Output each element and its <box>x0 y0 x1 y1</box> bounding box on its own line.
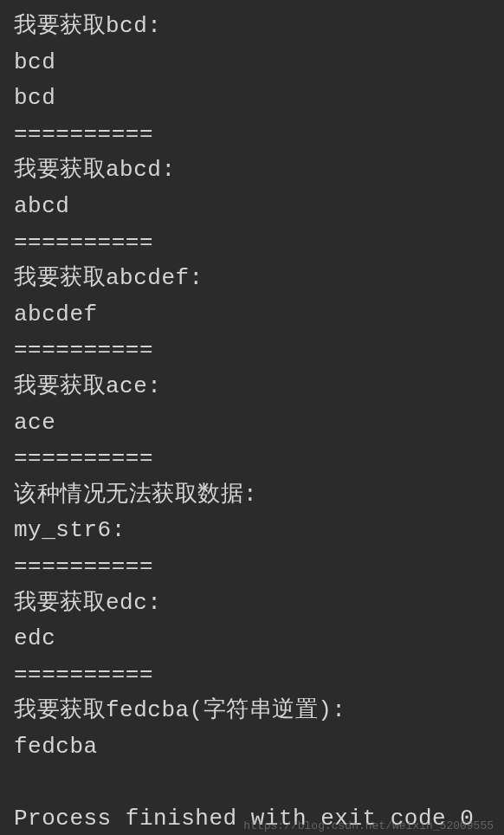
console-line: 我要获取fedcba(字符串逆置): <box>14 693 490 729</box>
console-line: ========== <box>14 225 490 262</box>
console-line: my_str6: <box>14 513 490 549</box>
console-line: 该种情况无法获取数据: <box>14 477 490 514</box>
console-line: 我要获取abcd: <box>14 152 490 189</box>
console-line: abcdef <box>14 297 490 333</box>
console-line: bcd <box>14 81 490 117</box>
console-line: abcd <box>14 189 490 225</box>
console-line: ========== <box>14 657 490 694</box>
console-line: ========== <box>14 333 490 369</box>
console-output: 我要获取bcd: bcd bcd ========== 我要获取abcd: ab… <box>14 9 490 835</box>
console-line: ========== <box>14 117 490 153</box>
console-line: bcd <box>14 45 490 81</box>
console-line: 我要获取edc: <box>14 586 490 622</box>
watermark-text: https://blog.csdn.net/weixin_52009555 <box>243 818 494 835</box>
console-line: edc <box>14 621 490 657</box>
console-line: 我要获取bcd: <box>14 9 490 45</box>
console-blank-line <box>14 765 490 801</box>
console-line: 我要获取abcdef: <box>14 261 490 297</box>
console-line: fedcba <box>14 729 490 766</box>
console-line: ace <box>14 405 490 442</box>
console-line: ========== <box>14 549 490 586</box>
console-line: ========== <box>14 441 490 477</box>
console-line: 我要获取ace: <box>14 369 490 405</box>
